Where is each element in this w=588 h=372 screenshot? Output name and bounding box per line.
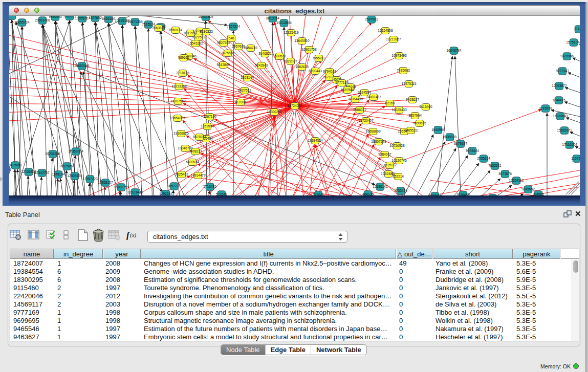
svg-text:3624554: 3624554 [358,91,371,94]
svg-text:3875685: 3875685 [221,51,234,55]
svg-text:20655724: 20655724 [14,20,30,24]
svg-text:1244415: 1244415 [552,98,565,102]
svg-text:20206536: 20206536 [45,152,60,156]
svg-text:924565: 924565 [533,192,544,195]
svg-text:39154: 39154 [9,168,11,171]
svg-text:5716485: 5716485 [203,185,216,188]
svg-text:10958107: 10958107 [98,181,113,184]
svg-text:12975115: 12975115 [402,82,417,85]
svg-text:15751074: 15751074 [566,40,580,44]
svg-text:116753: 116753 [571,157,580,160]
svg-text:16154808: 16154808 [378,29,393,32]
svg-text:20975867: 20975867 [59,164,75,168]
svg-text:2935114: 2935114 [477,157,490,160]
svg-text:10025433: 10025433 [391,108,407,112]
svg-text:9242849: 9242849 [216,63,230,67]
svg-text:10688609: 10688609 [365,129,381,133]
svg-text:252214: 252214 [393,174,404,178]
svg-text:(x): (x) [130,232,137,238]
svg-text:12342757: 12342757 [34,171,50,174]
svg-text:9327503: 9327503 [192,35,205,39]
svg-text:1527602: 1527602 [89,16,102,19]
svg-text:13640910: 13640910 [294,39,310,42]
svg-text:16210643: 16210643 [553,114,568,118]
svg-text:20053346: 20053346 [74,64,90,68]
svg-text:9777169: 9777169 [335,81,349,84]
svg-text:2986372: 2986372 [353,108,366,112]
svg-text:17016504: 17016504 [562,143,577,146]
svg-text:1537416: 1537416 [428,194,442,195]
svg-text:1292344: 1292344 [159,192,172,195]
svg-text:18300295: 18300295 [267,110,282,114]
svg-text:6466160: 6466160 [102,17,115,20]
svg-text:8322037: 8322037 [284,59,297,63]
svg-text:12213967: 12213967 [386,37,401,41]
svg-text:15692971: 15692971 [557,128,572,132]
svg-text:10807487: 10807487 [366,95,381,99]
svg-text:10655267: 10655267 [75,16,90,20]
svg-text:10973493: 10973493 [391,54,407,57]
svg-text:9474444: 9474444 [466,149,479,152]
svg-text:17359924: 17359924 [68,149,83,153]
svg-text:19654985: 19654985 [170,116,185,120]
svg-text:1353594: 1353594 [201,124,214,128]
svg-text:9886400: 9886400 [49,16,62,18]
svg-text:20364436: 20364436 [347,97,363,101]
svg-text:12325419: 12325419 [284,31,299,34]
svg-text:7663822: 7663822 [152,26,165,30]
svg-text:18807249: 18807249 [371,140,386,143]
svg-text:1145194: 1145194 [52,172,65,176]
svg-text:7357224: 7357224 [227,25,240,28]
svg-text:2967608: 2967608 [232,45,245,48]
svg-text:9465523: 9465523 [404,128,418,132]
svg-text:15136141: 15136141 [373,185,388,188]
svg-text:8960124: 8960124 [169,28,182,32]
svg-text:16120746: 16120746 [391,159,407,162]
svg-text:2718126: 2718126 [176,71,189,75]
svg-text:8471676: 8471676 [498,172,512,176]
svg-text:8186323: 8186323 [200,30,213,33]
svg-text:5409934: 5409934 [186,160,199,164]
svg-text:15720407: 15720407 [358,119,374,122]
svg-text:16648784: 16648784 [446,49,462,52]
svg-text:1588520: 1588520 [273,54,286,58]
svg-text:10756928: 10756928 [389,144,405,147]
svg-text:8990443: 8990443 [309,69,322,73]
svg-text:171646: 171646 [313,193,324,195]
svg-text:3498222: 3498222 [189,149,202,153]
svg-text:8938928: 8938928 [443,135,456,139]
svg-text:9116485: 9116485 [456,193,470,195]
svg-text:20691406: 20691406 [35,18,50,22]
svg-text:1733426: 1733426 [394,189,407,192]
svg-text:12505135: 12505135 [67,174,82,178]
svg-text:546: 546 [228,36,234,40]
svg-text:7485063: 7485063 [397,69,410,72]
svg-text:11124: 11124 [574,27,580,31]
svg-text:464136: 464136 [362,192,374,195]
svg-text:16782759: 16782759 [114,185,129,189]
svg-text:16671355: 16671355 [127,20,143,24]
svg-text:6497568: 6497568 [341,88,354,92]
svg-text:12923448: 12923448 [127,190,143,194]
svg-text:8454749: 8454749 [244,46,257,50]
svg-text:9115460: 9115460 [419,105,432,108]
svg-text:9463627: 9463627 [406,98,419,101]
svg-text:9857771: 9857771 [167,184,181,188]
svg-text:16107552: 16107552 [170,99,186,103]
svg-text:1362615: 1362615 [295,65,309,69]
svg-text:62160: 62160 [385,101,395,105]
svg-text:2587682: 2587682 [365,17,378,21]
svg-text:10654112: 10654112 [509,179,524,182]
svg-text:8678354: 8678354 [193,135,206,139]
svg-text:17957223: 17957223 [82,177,98,181]
svg-text:9384067: 9384067 [378,152,391,156]
svg-text:16961758: 16961758 [301,48,317,51]
svg-text:7955812: 7955812 [312,56,325,60]
svg-text:9699695: 9699695 [413,121,426,125]
svg-text:8427552: 8427552 [238,89,251,92]
svg-text:1065527: 1065527 [63,16,76,18]
svg-text:6679197: 6679197 [454,142,467,145]
svg-text:1640954: 1640954 [431,128,445,132]
svg-text:989612: 989612 [178,56,189,59]
svg-text:7515524: 7515524 [142,23,155,26]
